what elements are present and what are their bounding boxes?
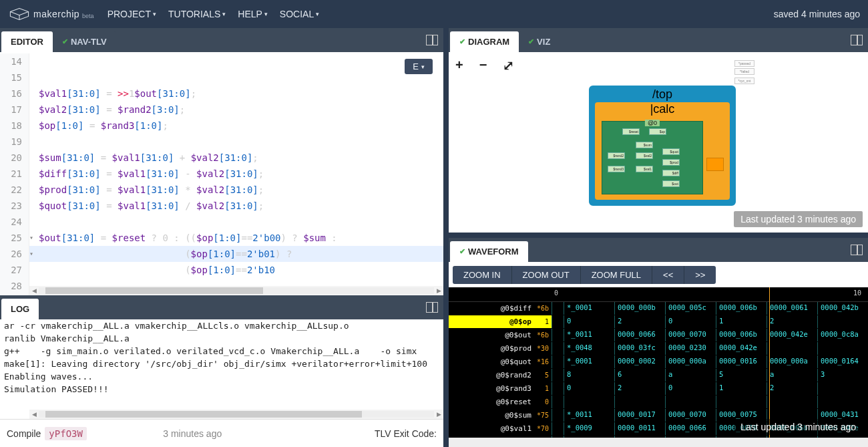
fold-icon[interactable]: ▾ xyxy=(29,230,36,246)
code-line[interactable]: 21$diff[31:0] = $val1[31:0] - $val2[31:0… xyxy=(0,166,443,182)
code-line[interactable]: 17$val2[31:0] = $rand2[3:0]; xyxy=(0,102,443,118)
code-line[interactable]: 16$val1[31:0] = >>1$out[31:0]; xyxy=(0,86,443,102)
wf-signal-name[interactable]: @0$prod xyxy=(449,344,535,353)
log-hscroll[interactable]: ◀ ▶ xyxy=(29,410,443,419)
wf-cell: *_0011 xyxy=(564,329,614,341)
tab-log[interactable]: LOG xyxy=(1,299,39,319)
wf-signal-name[interactable]: @0$rand2 xyxy=(449,371,535,380)
diagram-canvas[interactable]: *passed *failed *cyc_cnt /top |calc @0 $… xyxy=(582,65,855,226)
wf-cell: 0000_0016 xyxy=(716,355,767,368)
waveform-row[interactable]: @0$quot*16*_00010000_00020000_000a0000_0… xyxy=(449,355,868,369)
zoom-out-button[interactable]: − xyxy=(479,57,487,73)
waveform-row[interactable]: @0$out*6b*_00110000_00660000_00700000_00… xyxy=(449,329,868,342)
left-column: EDITOR ✔NAV-TLV E▾ 141516$val1[31:0] = >… xyxy=(0,28,443,447)
compile-id[interactable]: yPfO3W xyxy=(45,427,87,440)
line-number: 15 xyxy=(0,69,29,86)
waveform-timeline[interactable]: 0 10 xyxy=(449,287,868,302)
wf-cell xyxy=(767,342,817,355)
code-editor[interactable]: 141516$val1[31:0] = >>1$out[31:0];17$val… xyxy=(0,52,443,295)
menu-tutorials[interactable]: TUTORIALS▾ xyxy=(168,9,226,19)
tab-viz[interactable]: ✔VIZ xyxy=(519,31,560,52)
wf-zoom-out-button[interactable]: ZOOM OUT xyxy=(512,266,581,284)
scroll-right-icon[interactable]: ▶ xyxy=(434,411,443,418)
logo[interactable]: makerchip beta xyxy=(8,6,94,22)
wf-prev-button[interactable]: << xyxy=(652,266,684,284)
waveform-row[interactable]: @0$op102012 xyxy=(449,315,868,329)
editor-hscroll[interactable]: ◀ ▶ xyxy=(29,286,443,295)
wf-signal-name[interactable]: @0$reset xyxy=(449,398,535,406)
zoom-full-button[interactable]: ⤢ xyxy=(503,57,514,73)
wf-signal-name[interactable]: @0$out xyxy=(449,331,535,339)
waveform-hscroll[interactable] xyxy=(449,438,868,447)
code-line[interactable]: 19 xyxy=(0,134,443,150)
wf-cell: 8 xyxy=(564,369,614,382)
block-stage[interactable]: @0 $reset $op $sum $rand2 $val2 $quot $p… xyxy=(602,121,703,194)
check-icon: ✔ xyxy=(459,247,465,256)
tab-nav-tlv[interactable]: ✔NAV-TLV xyxy=(53,31,116,52)
block-top[interactable]: /top |calc @0 $reset $op $sum $rand2 $va… xyxy=(589,86,736,206)
code-line[interactable]: 25▾$out[31:0] = $reset ? 0 : (($op[1:0]=… xyxy=(0,230,443,246)
wf-radix: 1 xyxy=(535,318,552,325)
wf-cell: 2 xyxy=(614,382,665,395)
fold-icon[interactable]: ▾ xyxy=(29,246,36,262)
code-line[interactable]: 15 xyxy=(0,69,443,86)
wf-signal-name[interactable]: @0$op xyxy=(449,317,535,326)
scroll-left-icon[interactable]: ◀ xyxy=(29,411,39,418)
layout-toggle-icon[interactable] xyxy=(851,245,863,255)
block-calc[interactable]: |calc @0 $reset $op $sum $rand2 $val2 $q… xyxy=(595,102,730,200)
waveform-row[interactable]: @0$prod*30*_00480000_03fc0000_02300000_0… xyxy=(449,342,868,355)
wf-signal-name[interactable]: @0$diff xyxy=(449,304,535,313)
wf-signal-name[interactable]: @0$sum xyxy=(449,411,535,420)
layout-toggle-icon[interactable] xyxy=(851,35,863,45)
code-text: ($op[1:0]==2'b10 xyxy=(36,262,278,278)
layout-toggle-icon[interactable] xyxy=(426,302,438,313)
zoom-in-button[interactable]: + xyxy=(455,57,463,73)
menu-help[interactable]: HELP▾ xyxy=(238,9,268,19)
code-line[interactable]: 26▾ ($op[1:0]==2'b01) ? xyxy=(0,246,443,262)
tab-diagram[interactable]: ✔DIAGRAM xyxy=(450,31,519,52)
code-line[interactable]: 18$op[1:0] = $rand3[1:0]; xyxy=(0,118,443,134)
wf-signal-name[interactable]: @0$quot xyxy=(449,357,535,366)
diag-tiny-box: *failed xyxy=(734,68,754,75)
wf-radix: *70 xyxy=(535,425,552,432)
tab-waveform[interactable]: ✔WAVEFORM xyxy=(450,241,528,262)
wf-next-button[interactable]: >> xyxy=(684,266,716,284)
menu-social[interactable]: SOCIAL▾ xyxy=(280,9,319,19)
fold-icon xyxy=(29,182,36,198)
code-line[interactable]: 22$prod[31:0] = $val1[31:0] * $val2[31:0… xyxy=(0,182,443,198)
waveform-row[interactable]: @0$rand3102012 xyxy=(449,382,868,396)
waveform-cursor[interactable] xyxy=(769,287,770,438)
waveform-row[interactable]: @0$reset0 xyxy=(449,396,868,409)
wf-zoom-full-button[interactable]: ZOOM FULL xyxy=(581,266,652,284)
waveform-row[interactable]: @0$diff*6b*_00010000_000b0000_005c0000_0… xyxy=(449,302,868,315)
tab-editor[interactable]: EDITOR xyxy=(1,31,53,52)
code-text: $diff[31:0] = $val1[31:0] - $val2[31:0]; xyxy=(36,166,266,182)
code-text: $val2[31:0] = $rand2[3:0]; xyxy=(36,102,188,118)
code-line[interactable]: 27 ($op[1:0]==2'b10 xyxy=(0,262,443,278)
waveform-row[interactable]: @0$rand2586a5a3 xyxy=(449,369,868,382)
wf-values: *_00010000_000b0000_005c0000_006b0000_00… xyxy=(552,302,868,315)
compile-label: Compile xyxy=(7,428,41,439)
scroll-left-icon[interactable]: ◀ xyxy=(29,287,39,294)
layout-toggle-icon[interactable] xyxy=(426,35,438,45)
fold-icon xyxy=(29,134,36,150)
menu-project[interactable]: PROJECT▾ xyxy=(107,9,156,19)
wf-zoom-in-button[interactable]: ZOOM IN xyxy=(453,266,512,284)
code-line[interactable]: 24 xyxy=(0,214,443,230)
code-line[interactable]: 23$quot[31:0] = $val1[31:0] / $val2[31:0… xyxy=(0,198,443,214)
code-text: $out[31:0] = $reset ? 0 : (($op[1:0]==2'… xyxy=(36,230,340,246)
code-text: $prod[31:0] = $val1[31:0] * $val2[31:0]; xyxy=(36,182,266,198)
wf-cell: 0000_042e xyxy=(716,342,767,355)
diag-signal-box: $quot xyxy=(662,148,680,155)
wf-signal-name[interactable]: @0$val1 xyxy=(449,424,535,433)
wf-cell: 0 xyxy=(665,315,716,328)
wf-cell: *_0001 xyxy=(564,355,614,368)
code-line[interactable]: 14 xyxy=(0,53,443,69)
log-output[interactable]: ar -cr vmakerchip__ALL.a vmakerchip__ALL… xyxy=(0,319,443,419)
waveform-body[interactable]: 0 10 @0$diff*6b*_00010000_000b0000_005c0… xyxy=(449,287,868,438)
scroll-right-icon[interactable]: ▶ xyxy=(434,287,443,294)
diagram-panel[interactable]: + − ⤢ *passed *failed *cyc_cnt /top |cal… xyxy=(449,52,868,233)
wf-cell xyxy=(552,396,564,408)
code-line[interactable]: 20$sum[31:0] = $val1[31:0] + $val2[31:0]… xyxy=(0,150,443,166)
wf-signal-name[interactable]: @0$rand3 xyxy=(449,384,535,393)
